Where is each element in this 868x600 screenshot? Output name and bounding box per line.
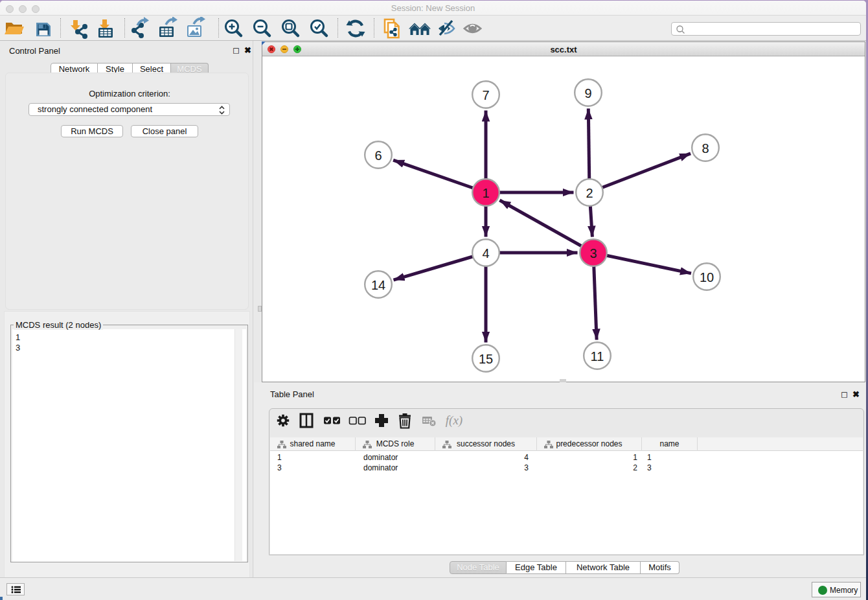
svg-text:6: 6 [374, 148, 382, 163]
svg-text:1: 1 [482, 186, 489, 200]
svg-text:10: 10 [700, 270, 714, 284]
svg-text:4: 4 [482, 246, 489, 260]
svg-text:7: 7 [482, 88, 489, 102]
svg-text:9: 9 [584, 86, 591, 100]
svg-text:f(x): f(x) [446, 413, 463, 428]
svg-text:11: 11 [591, 349, 604, 363]
svg-text:14: 14 [371, 278, 385, 292]
svg-text:2: 2 [586, 186, 593, 200]
svg-text:8: 8 [702, 141, 709, 156]
svg-text:15: 15 [479, 352, 493, 366]
svg-text:3: 3 [589, 246, 597, 260]
